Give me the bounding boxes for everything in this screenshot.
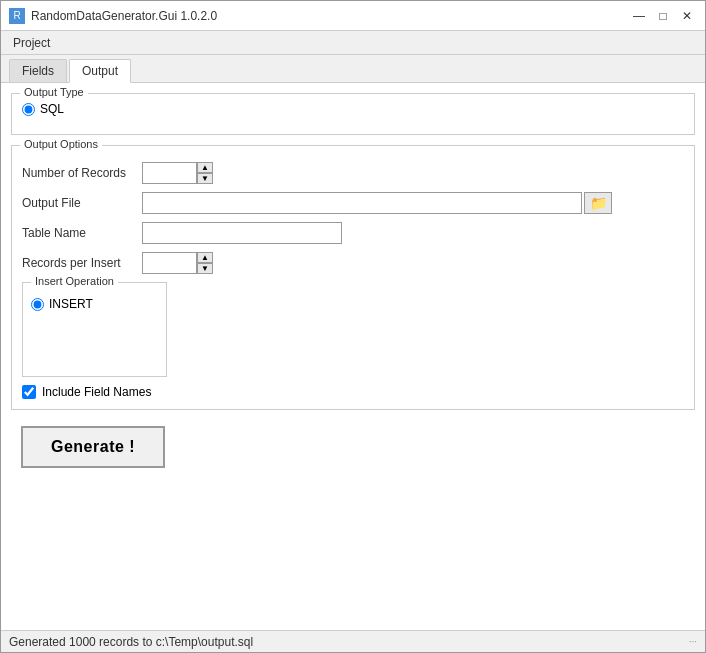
- output-file-row: Output File c:\Temp\output.sql 📁: [22, 192, 684, 214]
- output-type-label: Output Type: [20, 86, 88, 98]
- status-text: Generated 1000 records to c:\Temp\output…: [9, 635, 253, 649]
- main-window: R RandomDataGenerator.Gui 1.0.2.0 — □ ✕ …: [0, 0, 706, 653]
- include-field-names-row: Include Field Names: [22, 385, 684, 399]
- table-name-label: Table Name: [22, 226, 142, 240]
- content-area: Output Type SQL Output Options Number of…: [1, 83, 705, 630]
- sql-radio-row: SQL: [22, 102, 684, 116]
- browse-button[interactable]: 📁: [584, 192, 612, 214]
- include-field-names-checkbox[interactable]: [22, 385, 36, 399]
- num-records-input[interactable]: 1000: [142, 162, 197, 184]
- sql-radio-label[interactable]: SQL: [22, 102, 64, 116]
- num-records-spinner-btns: ▲ ▼: [197, 162, 213, 184]
- output-options-section: Output Options Number of Records 1000 ▲ …: [11, 145, 695, 410]
- num-records-up-btn[interactable]: ▲: [197, 162, 213, 173]
- insert-radio[interactable]: [31, 298, 44, 311]
- num-records-row: Number of Records 1000 ▲ ▼: [22, 162, 684, 184]
- records-per-insert-spinner-btns: ▲ ▼: [197, 252, 213, 274]
- insert-operation-label: Insert Operation: [31, 275, 118, 287]
- table-name-input[interactable]: My Table: [142, 222, 342, 244]
- tab-fields[interactable]: Fields: [9, 59, 67, 82]
- output-file-label: Output File: [22, 196, 142, 210]
- resize-grip: ···: [689, 636, 697, 647]
- insert-label-text: INSERT: [49, 297, 93, 311]
- records-per-insert-input[interactable]: 10: [142, 252, 197, 274]
- insert-radio-label[interactable]: INSERT: [31, 297, 158, 311]
- minimize-button[interactable]: —: [629, 6, 649, 26]
- window-title: RandomDataGenerator.Gui 1.0.2.0: [31, 9, 629, 23]
- records-per-insert-row: Records per Insert 10 ▲ ▼: [22, 252, 684, 274]
- close-button[interactable]: ✕: [677, 6, 697, 26]
- insert-operation-box: Insert Operation INSERT: [22, 282, 167, 377]
- output-file-wrapper: c:\Temp\output.sql 📁: [142, 192, 612, 214]
- title-bar-controls: — □ ✕: [629, 6, 697, 26]
- num-records-down-btn[interactable]: ▼: [197, 173, 213, 184]
- records-per-insert-label: Records per Insert: [22, 256, 142, 270]
- sql-label-text: SQL: [40, 102, 64, 116]
- table-name-row: Table Name My Table: [22, 222, 684, 244]
- menu-project[interactable]: Project: [5, 34, 58, 52]
- output-type-section: Output Type SQL: [11, 93, 695, 135]
- maximize-button[interactable]: □: [653, 6, 673, 26]
- status-bar: Generated 1000 records to c:\Temp\output…: [1, 630, 705, 652]
- num-records-spinner: 1000 ▲ ▼: [142, 162, 213, 184]
- output-file-input[interactable]: c:\Temp\output.sql: [142, 192, 582, 214]
- browse-icon: 📁: [590, 195, 607, 211]
- sql-radio[interactable]: [22, 103, 35, 116]
- title-bar: R RandomDataGenerator.Gui 1.0.2.0 — □ ✕: [1, 1, 705, 31]
- tabs-bar: Fields Output: [1, 55, 705, 83]
- app-icon: R: [9, 8, 25, 24]
- output-options-label: Output Options: [20, 138, 102, 150]
- generate-button[interactable]: Generate !: [21, 426, 165, 468]
- records-per-insert-spinner: 10 ▲ ▼: [142, 252, 213, 274]
- records-per-insert-up-btn[interactable]: ▲: [197, 252, 213, 263]
- records-per-insert-down-btn[interactable]: ▼: [197, 263, 213, 274]
- include-field-names-label: Include Field Names: [42, 385, 151, 399]
- num-records-label: Number of Records: [22, 166, 142, 180]
- menu-bar: Project: [1, 31, 705, 55]
- tab-output[interactable]: Output: [69, 59, 131, 83]
